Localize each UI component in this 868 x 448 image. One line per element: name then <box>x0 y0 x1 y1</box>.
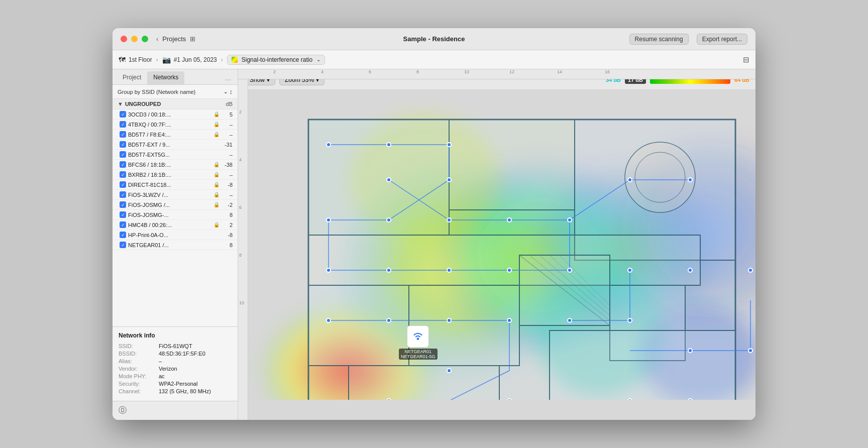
ruler-mark: 10 <box>239 300 244 305</box>
network-signal: – <box>222 192 233 198</box>
measurement-point[interactable] <box>627 177 632 182</box>
network-checkbox[interactable] <box>120 242 126 248</box>
map-canvas[interactable]: NETGEAR01NETGEAR01-5G <box>248 79 755 400</box>
measurement-point[interactable] <box>386 398 391 400</box>
security-label: Security: <box>119 381 159 387</box>
network-checkbox[interactable] <box>120 151 126 158</box>
tab-project[interactable]: Project <box>117 71 147 84</box>
network-info-title: Network info <box>119 332 232 339</box>
network-list-item[interactable]: BD5T7-EXT / 9... -31 <box>113 140 238 150</box>
network-checkbox[interactable] <box>120 232 126 238</box>
back-button[interactable]: ‹ <box>156 35 158 43</box>
network-checkbox[interactable] <box>120 211 126 218</box>
measurement-point[interactable] <box>386 318 391 323</box>
lock-icon: 🔒 <box>213 132 220 137</box>
network-list-item[interactable]: 4TBXQ / 00:7F:... 🔒 – <box>113 120 238 130</box>
network-list-item[interactable]: BXRB2 / 18:1B:... 🔒 – <box>113 170 238 180</box>
network-checkbox[interactable] <box>120 171 126 178</box>
measurement-point[interactable] <box>447 268 452 273</box>
measurement-point[interactable] <box>507 318 512 323</box>
sep2: › <box>221 56 223 63</box>
measurement-point[interactable] <box>386 268 391 273</box>
ap-marker[interactable]: NETGEAR01NETGEAR01-5G <box>399 325 438 360</box>
floor-breadcrumb[interactable]: 🗺 1st Floor <box>119 56 152 64</box>
network-checkbox[interactable] <box>120 131 126 138</box>
tab-networks[interactable]: Networks <box>147 71 184 84</box>
close-button[interactable] <box>121 36 127 42</box>
network-list-item[interactable]: NETGEAR01 /... 8 <box>113 240 238 250</box>
network-checkbox[interactable] <box>120 141 126 148</box>
network-checkbox[interactable] <box>120 191 126 198</box>
network-checkbox[interactable] <box>120 221 126 228</box>
network-list-item[interactable]: BD5T7 / F8:E4:... 🔒 – <box>113 130 238 140</box>
group-by-dropdown[interactable]: Group by SSID (Network name) <box>118 89 222 95</box>
network-list-item[interactable]: BD5T7-EXT5G... – <box>113 150 238 160</box>
resume-scanning-button[interactable]: Resume scanning <box>629 34 689 45</box>
ungrouped-label: UNGROUPED <box>125 101 226 107</box>
measurement-point[interactable] <box>567 268 572 273</box>
lock-icon: 🔒 <box>213 122 220 127</box>
measurement-point[interactable] <box>688 177 693 182</box>
measurement-point[interactable] <box>567 217 572 222</box>
filter-icon[interactable]: ⊟ <box>743 55 749 64</box>
network-list-item[interactable]: FiOS-JOSMG-... 8 <box>113 210 238 220</box>
layout-icon[interactable]: ⊞ <box>190 35 195 43</box>
signal-type-dropdown[interactable]: Signal-to-interference ratio ⌄ <box>227 55 325 65</box>
export-report-button[interactable]: Export report... <box>697 34 747 45</box>
map-area[interactable]: 2 4 6 8 10 12 14 16 2 4 6 8 10 <box>238 69 755 420</box>
measurement-point[interactable] <box>688 348 693 353</box>
ruler-mark: 8 <box>416 69 419 74</box>
lock-icon: 🔒 <box>213 192 220 197</box>
measurement-point[interactable] <box>507 268 512 273</box>
measurement-point[interactable] <box>326 142 331 147</box>
measurement-point[interactable] <box>627 398 632 400</box>
measurement-point[interactable] <box>507 217 512 222</box>
network-checkbox[interactable] <box>120 121 126 128</box>
measurement-point[interactable] <box>567 318 572 323</box>
tab-more[interactable]: … <box>223 71 234 84</box>
network-list-item[interactable]: HP-Print-0A-O... -8 <box>113 230 238 240</box>
network-list-item[interactable]: DIRECT-81C18... 🔒 -8 <box>113 180 238 190</box>
measurement-point[interactable] <box>507 398 512 400</box>
network-list-item[interactable]: BFCS6 / 18:1B:... 🔒 -38 <box>113 160 238 170</box>
measurement-point[interactable] <box>627 268 632 273</box>
measurement-point[interactable] <box>447 142 452 147</box>
measurement-point[interactable] <box>386 142 391 147</box>
measurement-point[interactable] <box>447 217 452 222</box>
measurement-point[interactable] <box>627 318 632 323</box>
main-content: Project Networks … Group by SSID (Networ… <box>113 69 755 420</box>
svg-point-19 <box>625 142 695 212</box>
scan-breadcrumb[interactable]: 📷 #1 Jun 05, 2023 <box>162 56 217 64</box>
measurement-point[interactable] <box>688 268 693 273</box>
maximize-button[interactable] <box>142 36 148 42</box>
measurement-point[interactable] <box>688 398 693 400</box>
network-checkbox[interactable] <box>120 201 126 208</box>
network-checkbox[interactable] <box>120 111 126 118</box>
projects-link[interactable]: Projects <box>162 35 186 43</box>
network-name: NETGEAR01 /... <box>128 242 220 248</box>
network-signal: -38 <box>222 162 233 168</box>
minimize-button[interactable] <box>131 36 138 42</box>
network-checkbox[interactable] <box>120 181 126 188</box>
measurement-point[interactable] <box>447 368 452 373</box>
measurement-point[interactable] <box>447 177 452 182</box>
measurement-point[interactable] <box>748 348 753 353</box>
collapse-icon[interactable]: ▼ <box>118 101 123 107</box>
network-list-item[interactable]: 3OCD3 / 00:18:... 🔒 5 <box>113 109 238 120</box>
info-icon[interactable]: ⓪ <box>119 405 127 416</box>
measurement-point[interactable] <box>326 268 331 273</box>
measurement-point[interactable] <box>386 217 391 222</box>
measurement-point[interactable] <box>386 177 391 182</box>
network-list-item[interactable]: FiOS-3LWZV /... 🔒 – <box>113 190 238 200</box>
measurement-point[interactable] <box>326 318 331 323</box>
lock-icon: 🔒 <box>213 162 220 167</box>
lock-icon: 🔒 <box>213 111 220 117</box>
network-checkbox[interactable] <box>120 161 126 168</box>
network-list-item[interactable]: FiOS-JOSMG /... 🔒 -2 <box>113 200 238 210</box>
measurement-point[interactable] <box>748 268 753 273</box>
measurement-point[interactable] <box>326 217 331 222</box>
network-list-item[interactable]: HMC4B / 00:26:... 🔒 2 <box>113 220 238 230</box>
measurement-point[interactable] <box>447 318 452 323</box>
sort-icon[interactable]: ↕ <box>230 88 233 95</box>
ruler-mark: 6 <box>239 205 242 210</box>
